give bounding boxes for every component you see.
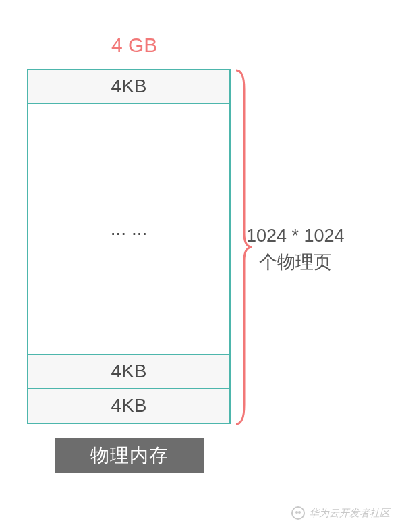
memory-total-title: 4 GB (111, 34, 157, 57)
page-cell-2: 4KB (28, 355, 229, 389)
memory-label: 物理内存 (55, 438, 204, 473)
brace-label-line1: 1024 * 1024 (246, 225, 345, 246)
brace-label-line2: 个物理页 (259, 252, 332, 272)
page-cell-top: 4KB (28, 70, 229, 104)
watermark-icon (291, 506, 305, 520)
page-cell-ellipsis: ... ... (28, 104, 229, 355)
watermark: 华为云开发者社区 (291, 506, 390, 520)
page-cell-3: 4KB (28, 389, 229, 423)
brace-label: 1024 * 1024 个物理页 (246, 223, 345, 275)
watermark-text: 华为云开发者社区 (309, 507, 390, 520)
memory-stack: 4KB ... ... 4KB 4KB (27, 69, 231, 424)
